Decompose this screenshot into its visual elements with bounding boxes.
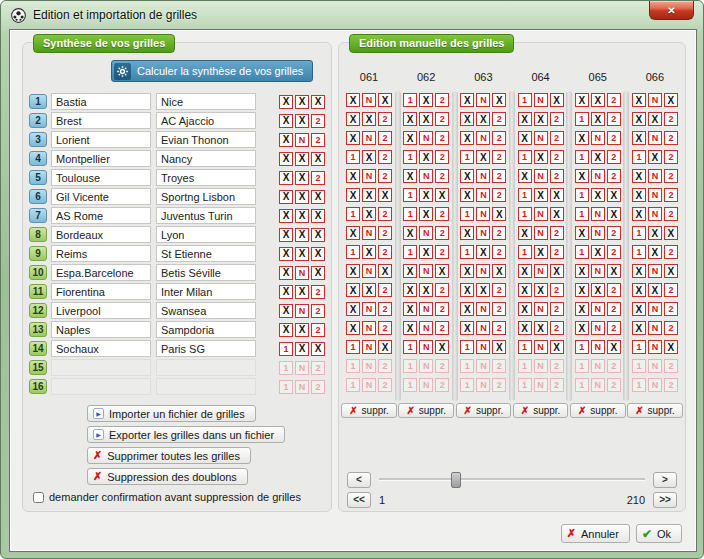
mark-cell[interactable]: X <box>518 321 532 335</box>
mark-cell[interactable]: 2 <box>378 283 392 297</box>
mark-cell[interactable]: 2 <box>607 169 621 183</box>
mark-cell[interactable]: X <box>362 150 376 164</box>
mark-cell[interactable]: X <box>403 302 417 316</box>
mark-cell[interactable]: N <box>476 226 490 240</box>
mark-cell[interactable]: 2 <box>664 169 678 183</box>
scroll-next-button[interactable]: > <box>653 472 677 488</box>
mark-cell[interactable]: X <box>311 152 325 166</box>
mark-cell[interactable]: X <box>435 264 449 278</box>
mark-cell[interactable]: X <box>378 340 392 354</box>
mark-cell[interactable]: X <box>419 112 433 126</box>
mark-cell[interactable]: N <box>362 302 376 316</box>
mark-cell[interactable]: 1 <box>518 340 532 354</box>
mark-cell[interactable]: X <box>460 264 474 278</box>
mark-cell[interactable]: X <box>607 207 621 221</box>
mark-cell[interactable]: N <box>591 321 605 335</box>
away-team-field[interactable] <box>156 150 256 167</box>
mark-cell[interactable]: 1 <box>575 188 589 202</box>
mark-cell[interactable]: X <box>295 209 309 223</box>
mark-cell[interactable]: 2 <box>607 93 621 107</box>
mark-cell[interactable]: N <box>648 340 662 354</box>
mark-cell[interactable]: 2 <box>664 131 678 145</box>
mark-cell[interactable]: X <box>295 152 309 166</box>
mark-cell[interactable]: X <box>460 188 474 202</box>
mark-cell[interactable]: 2 <box>435 207 449 221</box>
mark-cell[interactable]: 2 <box>664 302 678 316</box>
mark-cell[interactable]: X <box>632 207 646 221</box>
mark-cell[interactable]: X <box>575 302 589 316</box>
away-team-field[interactable] <box>156 283 256 300</box>
home-team-field[interactable] <box>51 150 151 167</box>
mark-cell[interactable]: 2 <box>378 131 392 145</box>
home-team-field[interactable] <box>51 131 151 148</box>
mark-cell[interactable]: X <box>362 283 376 297</box>
mark-cell[interactable]: X <box>550 264 564 278</box>
mark-cell[interactable]: 1 <box>575 245 589 259</box>
mark-cell[interactable]: 2 <box>435 131 449 145</box>
mark-cell[interactable]: X <box>295 285 309 299</box>
away-team-field[interactable] <box>156 131 256 148</box>
mark-cell[interactable]: N <box>534 93 548 107</box>
delete-grid-button[interactable]: ✗suppr. <box>627 403 683 418</box>
mark-cell[interactable]: X <box>346 93 360 107</box>
mark-cell[interactable]: N <box>648 169 662 183</box>
mark-cell[interactable]: N <box>648 93 662 107</box>
away-team-field[interactable] <box>156 188 256 205</box>
mark-cell[interactable]: X <box>632 283 646 297</box>
mark-cell[interactable]: N <box>591 226 605 240</box>
mark-cell[interactable]: X <box>607 340 621 354</box>
mark-cell[interactable]: 2 <box>492 321 506 335</box>
mark-cell[interactable]: N <box>362 340 376 354</box>
mark-cell[interactable]: 2 <box>378 112 392 126</box>
mark-cell[interactable]: 1 <box>346 340 360 354</box>
mark-cell[interactable]: 1 <box>632 340 646 354</box>
mark-cell[interactable]: N <box>534 169 548 183</box>
mark-cell[interactable]: X <box>362 112 376 126</box>
mark-cell[interactable]: 2 <box>378 169 392 183</box>
mark-cell[interactable]: N <box>476 188 490 202</box>
mark-cell[interactable]: X <box>419 283 433 297</box>
mark-cell[interactable]: 2 <box>311 114 325 128</box>
mark-cell[interactable]: X <box>664 93 678 107</box>
home-team-field[interactable] <box>51 245 151 262</box>
mark-cell[interactable]: X <box>346 131 360 145</box>
mark-cell[interactable]: 2 <box>492 283 506 297</box>
mark-cell[interactable]: X <box>346 302 360 316</box>
away-team-field[interactable] <box>156 302 256 319</box>
mark-cell[interactable]: X <box>346 321 360 335</box>
mark-cell[interactable]: X <box>460 283 474 297</box>
mark-cell[interactable]: 2 <box>378 150 392 164</box>
home-team-field[interactable] <box>51 359 151 376</box>
mark-cell[interactable]: 2 <box>492 131 506 145</box>
mark-cell[interactable]: 2 <box>378 245 392 259</box>
export-grids-button[interactable]: ▶Exporter les grilles dans un fichier <box>87 426 285 443</box>
mark-cell[interactable]: X <box>295 95 309 109</box>
mark-cell[interactable]: X <box>518 226 532 240</box>
mark-cell[interactable]: N <box>648 207 662 221</box>
mark-cell[interactable]: X <box>419 188 433 202</box>
mark-cell[interactable]: 2 <box>378 302 392 316</box>
delete-all-grids-button[interactable]: ✗Supprimer toutes les grilles <box>87 447 251 464</box>
mark-cell[interactable]: 1 <box>403 340 417 354</box>
mark-cell[interactable]: X <box>518 264 532 278</box>
mark-cell[interactable]: 2 <box>664 188 678 202</box>
mark-cell[interactable]: X <box>311 247 325 261</box>
mark-cell[interactable]: N <box>362 321 376 335</box>
mark-cell[interactable]: X <box>311 228 325 242</box>
compute-synthesis-button[interactable]: Calculer la synthèse de vos grilles <box>111 60 313 82</box>
mark-cell[interactable]: N <box>648 264 662 278</box>
mark-cell[interactable]: 2 <box>435 321 449 335</box>
mark-cell[interactable]: 2 <box>607 283 621 297</box>
mark-cell[interactable]: X <box>279 133 293 147</box>
mark-cell[interactable]: 1 <box>403 93 417 107</box>
mark-cell[interactable]: X <box>419 150 433 164</box>
mark-cell[interactable]: 1 <box>346 150 360 164</box>
mark-cell[interactable]: N <box>534 340 548 354</box>
close-button[interactable]: ✕ <box>649 1 694 20</box>
mark-cell[interactable]: N <box>362 264 376 278</box>
mark-cell[interactable]: 2 <box>378 207 392 221</box>
mark-cell[interactable]: X <box>550 207 564 221</box>
mark-cell[interactable]: X <box>534 112 548 126</box>
mark-cell[interactable]: X <box>346 283 360 297</box>
mark-cell[interactable]: 1 <box>575 112 589 126</box>
